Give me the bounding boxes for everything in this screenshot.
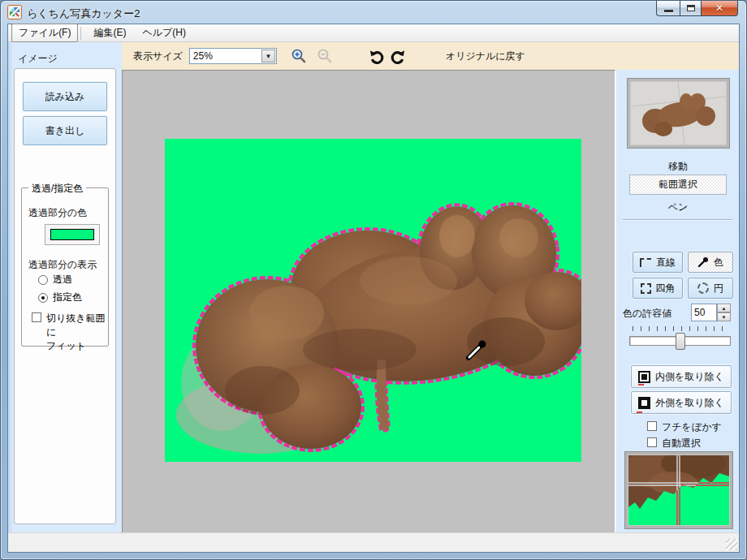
radio-specified-circle	[38, 293, 48, 303]
spinner-up-icon[interactable]: ▲	[717, 304, 731, 312]
transparent-color-label: 透過部分の色	[28, 206, 87, 220]
tool-color-label: 色	[714, 256, 723, 269]
dog-photo-cutout	[165, 139, 581, 462]
blur-edge-checkbox[interactable]: フチをぼかす	[647, 420, 722, 434]
blur-edge-label: フチをぼかす	[662, 420, 722, 434]
remove-outside-button[interactable]: 外側を取り除く	[631, 391, 732, 414]
slider-thumb[interactable]	[676, 333, 685, 350]
tolerance-label: 色の許容値	[623, 307, 671, 321]
blur-edge-checkbox-box	[647, 421, 657, 431]
image-group-box: 読み込み 書き出し 透過/指定色 透過部分の色 透過部分の表示 透過	[14, 68, 116, 524]
left-panel: イメージ 読み込み 書き出し 透過/指定色 透過部分の色 透過部分の表示 透過	[8, 42, 122, 532]
auto-select-label: 自動選択	[662, 437, 701, 450]
fit-checkbox-label-line1: 切り抜き範囲に	[46, 312, 108, 339]
chroma-color-swatch[interactable]	[50, 229, 94, 240]
transparency-fieldset-title: 透過/指定色	[28, 182, 86, 196]
menu-bar: ファイル(F) 編集(E) ヘルプ(H)	[8, 24, 739, 42]
auto-select-checkbox-box	[647, 437, 657, 447]
panel-separator	[623, 219, 732, 221]
magnifier-plus-icon	[291, 48, 307, 64]
remove-outside-label: 外側を取り除く	[655, 396, 724, 410]
preview-crosshair-view	[628, 455, 729, 525]
transparent-display-label: 透過部分の表示	[28, 258, 97, 272]
zoom-in-button[interactable]	[290, 47, 308, 65]
menu-help[interactable]: ヘルプ(H)	[136, 24, 192, 41]
remove-outside-icon	[638, 397, 650, 409]
restore-original-button[interactable]: オリジナルに戻す	[446, 50, 525, 63]
edit-canvas[interactable]	[122, 70, 615, 532]
fit-checkbox-label-line2: フィット	[46, 339, 108, 353]
image-group-label: イメージ	[18, 52, 58, 66]
zoom-out-button[interactable]	[316, 47, 334, 65]
tool-line-label: 直線	[656, 256, 676, 269]
menu-separator	[80, 27, 81, 40]
display-size-label: 表示サイズ	[133, 50, 183, 63]
tool-circle-button[interactable]: 円	[688, 278, 733, 299]
tool-rect-label: 四角	[656, 282, 676, 295]
maximize-button[interactable]	[680, 1, 702, 16]
color-swatch-frame	[45, 224, 100, 245]
combobox-arrow-icon[interactable]: ▼	[261, 50, 275, 62]
fit-checkbox[interactable]: 切り抜き範囲に フィット	[32, 312, 108, 353]
resize-grip[interactable]	[726, 539, 737, 550]
auto-select-checkbox[interactable]: 自動選択	[647, 437, 701, 450]
display-size-value: 25%	[190, 50, 261, 62]
magnifier-minus-icon	[317, 48, 333, 64]
minimize-button[interactable]	[656, 1, 680, 16]
radio-transparent-label: 透過	[53, 273, 72, 286]
tolerance-spinner[interactable]: ▲ ▼	[717, 304, 731, 321]
maximize-icon	[687, 5, 695, 11]
radio-specified-label: 指定色	[53, 291, 82, 304]
tolerance-slider[interactable]	[629, 336, 731, 346]
minimize-icon	[664, 10, 673, 12]
chroma-key-image[interactable]	[165, 139, 581, 462]
menu-file[interactable]: ファイル(F)	[11, 24, 78, 42]
close-button[interactable]: ✕	[702, 1, 738, 16]
status-bar	[8, 532, 739, 552]
slider-ticks	[633, 326, 729, 331]
close-icon: ✕	[715, 2, 723, 14]
tool-color-button[interactable]: 色	[688, 252, 733, 273]
remove-inside-icon	[638, 371, 650, 383]
radio-specified[interactable]: 指定色	[38, 291, 82, 304]
tool-circle-label: 円	[714, 282, 723, 295]
radio-transparent[interactable]: 透過	[38, 273, 72, 286]
toolbar: 表示サイズ 25% ▼	[122, 42, 739, 70]
transparency-fieldset: 透過/指定色 透過部分の色 透過部分の表示 透過 指定色	[21, 187, 109, 347]
mode-pen[interactable]: ペン	[629, 198, 727, 217]
remove-inside-label: 内側を取り除く	[655, 370, 724, 384]
menu-edit[interactable]: 編集(E)	[87, 24, 132, 41]
undo-button[interactable]	[368, 47, 386, 65]
magnified-preview	[624, 451, 733, 529]
dashed-rect-icon	[641, 283, 651, 294]
titlebar[interactable]: らくちん写真カッター2 ✕	[1, 1, 746, 24]
tolerance-input[interactable]: 50	[691, 304, 717, 321]
eyedropper-icon	[697, 256, 709, 268]
fit-checkbox-box	[32, 312, 41, 322]
load-button[interactable]: 読み込み	[23, 82, 107, 111]
undo-arrow-icon	[368, 47, 386, 65]
mode-range-select[interactable]: 範囲選択	[629, 174, 727, 195]
app-window: らくちん写真カッター2 ✕ ファイル(F) 編集(E) ヘルプ(H) イメージ …	[0, 0, 747, 560]
window-title: らくちん写真カッター2	[27, 6, 140, 21]
thumbnail-photo	[631, 82, 726, 144]
app-icon	[7, 5, 22, 19]
redo-button[interactable]	[389, 47, 407, 65]
radio-transparent-circle	[38, 275, 48, 285]
original-thumbnail[interactable]	[627, 78, 730, 149]
window-content: ファイル(F) 編集(E) ヘルプ(H) イメージ 読み込み 書き出し 透過/指…	[7, 24, 740, 553]
mode-move[interactable]: 移動	[629, 157, 727, 176]
spinner-down-icon[interactable]: ▼	[717, 312, 731, 321]
display-size-combobox[interactable]: 25% ▼	[189, 48, 277, 64]
redo-arrow-icon	[389, 47, 407, 65]
remove-inside-button[interactable]: 内側を取り除く	[631, 365, 732, 388]
tool-line-button[interactable]: 直線	[633, 252, 683, 273]
dashed-line-icon	[640, 258, 651, 267]
right-panel: 移動 範囲選択 ペン 直線 色 四角 円	[615, 70, 739, 532]
dashed-circle-icon	[697, 282, 709, 294]
tool-rect-button[interactable]: 四角	[633, 278, 683, 299]
export-button[interactable]: 書き出し	[23, 116, 107, 145]
